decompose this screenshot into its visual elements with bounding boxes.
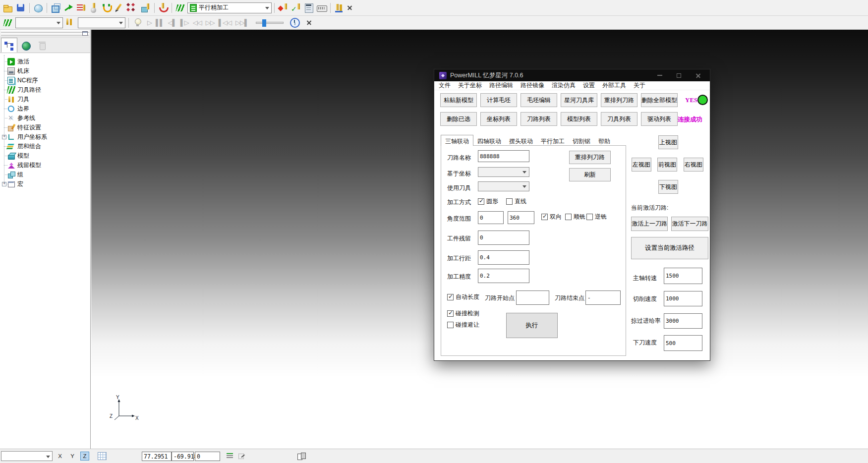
dialog-button[interactable]: 计算毛坯 [480, 93, 517, 107]
tree-item[interactable]: 用户坐标系 [0, 132, 90, 142]
statusbar-selector[interactable] [1, 451, 53, 461]
dialog-button[interactable]: 星河刀具库 [561, 93, 597, 107]
menu-item[interactable]: 文件 [439, 81, 451, 90]
tool-icon[interactable] [64, 17, 76, 29]
pause-button[interactable]: ▌▌ [154, 19, 166, 26]
expander-icon[interactable] [2, 135, 6, 139]
climb-checkbox[interactable] [565, 214, 572, 220]
tree-item[interactable]: 参考线 [0, 114, 90, 123]
save-project-icon[interactable] [15, 2, 27, 14]
pattern-draw-icon[interactable] [114, 2, 126, 14]
base-coord-select[interactable] [478, 167, 529, 177]
tree-item[interactable]: 宏 [0, 179, 90, 189]
view-bottom-button[interactable]: 下视图 [658, 180, 678, 194]
viewmill-icon[interactable] [277, 2, 289, 14]
view-top-button[interactable]: 上视图 [658, 135, 678, 149]
coordinate-x-input[interactable]: 77.2951 [142, 452, 172, 461]
tree-item[interactable]: 组 [0, 170, 90, 179]
dialog-tab[interactable]: 切割锯 [569, 136, 594, 146]
plunge-speed-input[interactable]: 500 [664, 335, 702, 351]
annotation-icon[interactable] [226, 453, 234, 460]
fast-forward-button[interactable]: ▷▷ [204, 19, 217, 26]
dialog-tab[interactable]: 四轴联动 [473, 136, 505, 146]
menu-item[interactable]: 关于 [634, 81, 645, 90]
cutting-speed-input[interactable]: 1000 [664, 291, 702, 306]
rapid-move-heights-icon[interactable] [75, 2, 87, 14]
lightbulb-icon[interactable] [132, 17, 144, 29]
set-active-path-button[interactable]: 设置当前激活路径 [631, 237, 708, 259]
tolerance-input[interactable]: 0.2 [478, 269, 529, 283]
dialog-titlebar[interactable]: PowerMILL 忆梦星河 7.0.6 [434, 69, 710, 81]
dialog-button[interactable]: 刀具列表 [601, 112, 637, 126]
rearrange-toolpaths-button[interactable]: 重排列刀路 [569, 151, 611, 164]
menu-item[interactable]: 设置 [583, 81, 595, 90]
collision-avoid-checkbox[interactable] [447, 322, 454, 328]
execute-button[interactable]: 执行 [506, 313, 558, 338]
linear-checkbox[interactable] [506, 198, 513, 205]
start-point-input[interactable] [516, 290, 549, 305]
grid-icon[interactable] [98, 452, 107, 460]
play-button[interactable]: ▷ [145, 19, 154, 26]
sim-toolpath-selector[interactable] [15, 17, 63, 28]
skim-feed-input[interactable]: 3000 [664, 313, 702, 329]
tree-item[interactable]: 边界 [0, 104, 90, 114]
menu-item[interactable]: 路径编辑 [489, 81, 513, 90]
tree-item[interactable]: 刀具路径 [0, 85, 90, 95]
circular-checkbox[interactable] [478, 198, 484, 205]
step-forward-button[interactable]: ▌▷ [178, 19, 191, 26]
simulation-speed-slider[interactable] [256, 22, 284, 24]
dialog-button[interactable]: 删除已选 [440, 112, 477, 126]
conventional-checkbox[interactable] [586, 214, 593, 220]
snap-options-icon[interactable] [238, 453, 246, 460]
minimize-icon[interactable] [657, 75, 662, 76]
dialog-button[interactable]: 重排列刀路 [601, 93, 637, 107]
sim-tool-selector[interactable] [78, 17, 125, 28]
tree-item[interactable]: 残留模型 [0, 161, 90, 170]
verify-toolpath-icon[interactable] [290, 2, 302, 14]
workplane-tool-icon[interactable] [140, 2, 152, 14]
stock-allowance-input[interactable]: 0 [478, 231, 529, 245]
refresh-button[interactable]: 刷新 [569, 168, 611, 181]
tool-icon[interactable] [88, 2, 100, 14]
coordinate-z-input[interactable]: 0 [195, 452, 220, 461]
dialog-button[interactable]: 毛坯编辑 [521, 93, 557, 107]
dialog-button[interactable]: 模型列表 [561, 112, 597, 126]
menu-item[interactable]: 路径镜像 [521, 81, 544, 90]
panel-grip-area[interactable] [0, 30, 90, 37]
expander-icon[interactable] [2, 182, 6, 186]
menu-item[interactable]: 关于坐标 [458, 81, 482, 90]
axis-y-button[interactable]: Y [68, 452, 77, 461]
go-to-end-button[interactable]: ▷▷▌ [233, 19, 250, 26]
tree-item[interactable]: 激活 [0, 57, 90, 66]
open-project-icon[interactable] [2, 2, 14, 14]
tree-item[interactable]: 特征设置 [0, 123, 90, 132]
rewind-button[interactable]: ◁◁ [191, 19, 204, 26]
calculator-icon[interactable] [303, 2, 315, 14]
menu-item[interactable]: 外部工具 [602, 81, 626, 90]
tab-explorer-tree[interactable] [1, 38, 17, 53]
auto-length-checkbox[interactable] [447, 294, 454, 300]
dialog-button[interactable]: 粘贴新模型 [440, 93, 477, 107]
toolpath-name-input[interactable]: 888888 [478, 150, 529, 162]
grip-handle[interactable] [1, 33, 89, 36]
menu-item[interactable]: 渲染仿真 [552, 81, 576, 90]
stepover-input[interactable]: 0.4 [478, 250, 529, 265]
dialog-tab[interactable]: 帮助 [594, 136, 614, 146]
activate-prev-toolpath-button[interactable]: 激活上一刀路 [631, 217, 668, 231]
go-to-start-button[interactable]: ▌◁◁ [217, 19, 233, 26]
tool-database-icon[interactable] [333, 2, 345, 14]
dialog-button[interactable]: 删除全部模型 [641, 93, 678, 107]
dialog-tab[interactable]: 摆头联动 [505, 136, 537, 146]
axis-z-button[interactable]: Z [80, 452, 89, 461]
toolbar-close-icon[interactable] [305, 19, 313, 27]
tab-recycle-bin[interactable] [34, 38, 50, 53]
tree-item[interactable]: 模型 [0, 151, 90, 161]
dialog-button[interactable]: 刀路列表 [521, 112, 557, 126]
dual-view-icon[interactable] [297, 453, 305, 460]
block-icon[interactable] [32, 2, 44, 14]
toolpath-selector[interactable]: 平行精加工 [187, 2, 272, 13]
view-right-button[interactable]: 右视图 [684, 158, 703, 172]
spindle-speed-input[interactable]: 1500 [664, 268, 702, 284]
angle-to-input[interactable]: 360 [508, 211, 534, 224]
angle-from-input[interactable]: 0 [478, 211, 504, 224]
